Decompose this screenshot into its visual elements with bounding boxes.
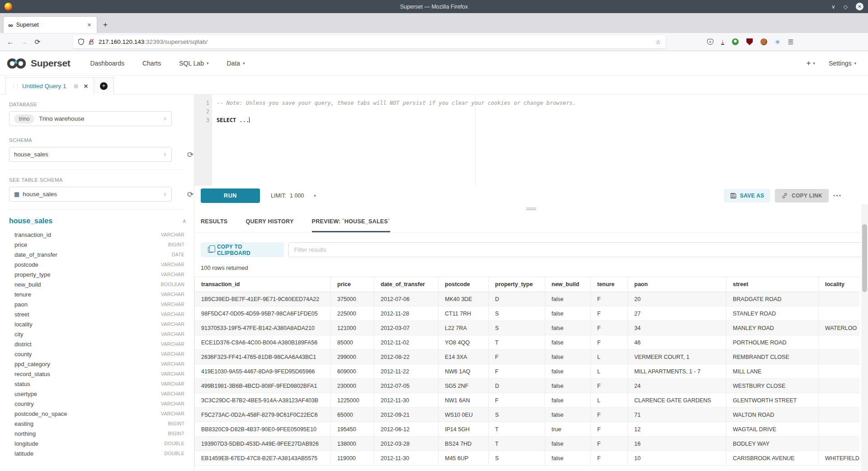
column-type: VARCHAR: [161, 232, 184, 237]
window-close-icon[interactable]: ✕: [856, 3, 863, 10]
table-cell: 2012-06-12: [374, 422, 439, 436]
refresh-schema-icon[interactable]: ⟳: [187, 150, 193, 160]
run-button[interactable]: RUN: [201, 188, 260, 203]
window-minimize-icon[interactable]: ∨: [831, 4, 835, 10]
results-tab[interactable]: QUERY HISTORY: [246, 212, 294, 232]
table-header-cell[interactable]: tenure: [591, 277, 628, 292]
scrollbar-thumb[interactable]: [862, 224, 867, 292]
table-cell: F: [591, 422, 628, 436]
nav-data[interactable]: Data▾: [226, 60, 245, 67]
table-cell: WAGTAIL DRIVE: [726, 422, 819, 436]
table-header-cell[interactable]: new_build: [545, 277, 591, 292]
table-header-cell[interactable]: date_of_transfer: [374, 277, 439, 292]
limit-dropdown[interactable]: LIMIT: 1 000 ▾: [271, 193, 316, 199]
filter-results-input[interactable]: [288, 242, 868, 257]
column-name: record_status: [14, 371, 161, 377]
menu-hamburger-icon[interactable]: ☰: [788, 38, 794, 46]
query-tab-close-icon[interactable]: ✕: [84, 83, 88, 89]
settings-menu[interactable]: Settings▾: [829, 60, 856, 67]
save-as-button[interactable]: SAVE AS: [724, 189, 770, 203]
column-name: postcode_no_space: [14, 410, 161, 417]
query-tab-untitled-1[interactable]: ⋮⋮ Untitled Query 1 ✕: [5, 77, 94, 94]
superset-logo[interactable]: Superset: [6, 57, 70, 70]
downloads-icon[interactable]: ↓: [721, 39, 724, 45]
reload-button[interactable]: ⟳: [31, 38, 44, 46]
schema-column-row: statusVARCHAR: [9, 379, 184, 389]
table-header-cell[interactable]: street: [726, 277, 819, 292]
table-row: 1B5C39ED-BE7F-41EF-9E71-9C60EED74A223750…: [194, 292, 859, 306]
column-name: county: [14, 351, 161, 358]
browser-tab[interactable]: ∞ Superset ✕: [4, 17, 97, 33]
nav-sql-lab[interactable]: SQL Lab▾: [179, 60, 208, 67]
schema-column-row: postcode_no_spaceVARCHAR: [9, 409, 184, 419]
editor-toolbar: RUN LIMIT: 1 000 ▾ SAVE AS: [194, 186, 868, 206]
more-options-button[interactable]: ···: [833, 192, 842, 200]
insecure-lock-icon[interactable]: [88, 38, 94, 45]
window-titlebar: Superset — Mozilla Firefox ∨ ◇ ✕: [0, 0, 868, 13]
column-type: VARCHAR: [161, 371, 184, 377]
drag-handle-icon[interactable]: ⋮⋮: [11, 83, 19, 89]
table-cell: MILL APARTMENTS, 1 - 7: [628, 364, 726, 378]
table-cell: 1225000: [331, 393, 374, 407]
cookie-extension-icon[interactable]: [760, 38, 767, 45]
results-tab[interactable]: RESULTS: [201, 212, 228, 232]
add-query-tab-button[interactable]: +: [94, 77, 114, 94]
sql-editor[interactable]: 1 2 3 -- Note: Unless you save your quer…: [194, 94, 868, 186]
new-browser-tab-button[interactable]: +: [103, 20, 108, 29]
forward-button[interactable]: →: [17, 38, 31, 46]
table-cell: 24: [628, 379, 726, 393]
table-cell: S: [489, 321, 545, 335]
table-cell: 299000: [331, 350, 374, 364]
table-header-cell[interactable]: transaction_id: [194, 277, 331, 292]
editor-code[interactable]: -- Note: Unless you save your query, the…: [212, 94, 868, 186]
mask-extension-icon[interactable]: [732, 38, 739, 45]
table-header-cell[interactable]: paon: [628, 277, 726, 292]
nav-dashboards[interactable]: Dashboards: [90, 60, 124, 67]
column-name: new_build: [14, 281, 161, 288]
table-cell: 2012-09-21: [374, 408, 439, 422]
query-tab-label: Untitled Query 1: [22, 83, 74, 89]
pane-splitter[interactable]: [194, 206, 868, 212]
nav-charts[interactable]: Charts: [142, 60, 161, 67]
table-cell: 16: [628, 437, 726, 451]
ublock-icon[interactable]: [746, 38, 753, 45]
schema-column-row: countyVARCHAR: [9, 349, 184, 359]
new-item-button[interactable]: +▾: [806, 59, 815, 68]
table-row: 499B1981-3B6B-4BCD-808F-9FED9802BFA12300…: [194, 379, 859, 393]
shield-icon[interactable]: [78, 38, 85, 45]
column-type: VARCHAR: [161, 321, 184, 327]
chevron-down-icon: ∨: [163, 116, 167, 122]
schema-column-row: priceBIGINT: [9, 240, 184, 250]
schema-select[interactable]: house_sales ∨: [9, 147, 172, 162]
table-cell: false: [545, 350, 591, 364]
tab-close-icon[interactable]: ✕: [85, 21, 93, 29]
window-maximize-icon[interactable]: ◇: [844, 4, 848, 10]
schema-column-row: ppd_categoryVARCHAR: [9, 359, 184, 369]
table-cell: F5C273AC-0D2A-458F-8279-9C61F0C22EC6: [194, 408, 331, 422]
copy-to-clipboard-button[interactable]: COPY TO CLIPBOARD: [201, 242, 284, 257]
database-select[interactable]: trino Trino warehouse ∨: [9, 111, 172, 126]
chevron-up-icon[interactable]: ∧: [182, 218, 186, 224]
copy-link-button[interactable]: COPY LINK: [775, 189, 829, 203]
url-bar[interactable]: 217.160.120.143:32393/superset/sqllab/ ☆: [73, 35, 665, 48]
table-header-cell[interactable]: postcode: [439, 277, 489, 292]
table-cell: false: [545, 451, 591, 465]
table-cell: 2012-11-30: [374, 451, 439, 465]
refresh-table-icon[interactable]: ⟳: [187, 190, 193, 199]
table-name-heading[interactable]: house_sales: [9, 217, 182, 225]
back-button[interactable]: ←: [4, 38, 17, 46]
table-cell: true: [545, 422, 591, 436]
bookmark-star-icon[interactable]: ☆: [655, 38, 661, 46]
table-schema-select[interactable]: ▦ house_sales ∨: [9, 187, 172, 202]
table-cell: 71: [628, 408, 726, 422]
caret-down-icon: ▾: [314, 193, 316, 198]
table-header-cell[interactable]: locality: [819, 277, 859, 292]
asterisk-extension-icon[interactable]: ✳: [775, 38, 780, 46]
table-header-cell[interactable]: property_type: [489, 277, 545, 292]
table-header-cell[interactable]: price: [331, 277, 374, 292]
column-name: paon: [14, 301, 161, 308]
table-cell: S: [489, 451, 545, 465]
pocket-icon[interactable]: ∨: [707, 39, 713, 45]
results-tab[interactable]: PREVIEW: `HOUSE_SALES`: [312, 212, 390, 232]
column-type: VARCHAR: [161, 411, 184, 416]
